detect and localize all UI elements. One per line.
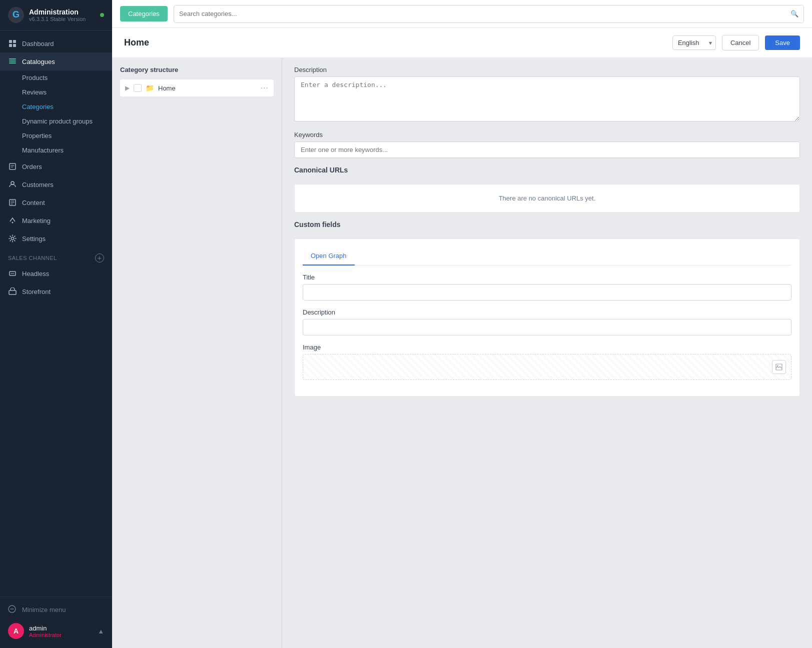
add-sales-channel-button[interactable]: + [95,254,104,262]
custom-fields-title: Custom fields [294,220,800,232]
svg-point-12 [12,222,14,224]
sidebar-item-settings[interactable]: Settings [0,230,112,248]
sidebar-item-marketing[interactable]: Marketing [0,212,112,230]
page-title: Home [124,38,666,48]
svg-rect-5 [13,44,16,47]
sidebar-item-label: Customers [22,181,54,188]
tab-open-graph[interactable]: Open Graph [303,247,355,266]
keywords-group: Keywords [294,131,800,158]
sidebar-footer: Minimize menu A admin Administrator ▲ [0,596,112,648]
description-input[interactable] [294,76,800,122]
sidebar-item-label: Settings [22,235,46,242]
og-description-input[interactable] [303,319,791,336]
svg-rect-3 [13,40,16,43]
sidebar-nav: Dashboard Catalogues Products Reviews Ca… [0,30,112,596]
customers-icon [8,180,17,189]
language-select-wrapper: English German French Spanish [672,36,716,50]
sidebar: G Administration v6.3.3.1 Stable Version… [0,0,112,648]
sidebar-item-label: Dashboard [22,40,54,48]
custom-fields-inner: Open Graph Title Description Image [295,239,799,396]
og-image-label: Image [303,344,791,351]
og-title-label: Title [303,274,791,281]
sidebar-item-reviews[interactable]: Reviews [0,85,112,100]
folder-icon: 📁 [146,84,154,92]
tab-bar: Open Graph [303,247,791,266]
content-area: Category structure ▶ 📁 Home ··· Descript… [112,58,812,648]
right-panel: Description Keywords Canonical URLs Ther… [282,58,812,648]
sidebar-item-storefront[interactable]: Storefront [0,282,112,300]
orders-icon [8,162,17,171]
svg-point-13 [12,238,14,240]
status-indicator [100,13,104,17]
category-name: Home [158,84,257,92]
og-description-label: Description [303,308,791,316]
keywords-input[interactable] [294,142,800,158]
description-label: Description [294,66,800,74]
user-section[interactable]: A admin Administrator ▲ [0,618,112,644]
svg-rect-6 [9,58,16,60]
catalogues-icon [8,57,17,66]
user-role: Administrator [29,632,62,638]
top-bar: Categories 🔍 [112,0,812,28]
sidebar-item-content[interactable]: Content [0,194,112,212]
sidebar-item-label: Catalogues [22,58,55,66]
og-title-group: Title [303,274,791,300]
sidebar-item-manufacturers[interactable]: Manufacturers [0,143,112,158]
headless-icon [8,269,17,278]
svg-point-10 [11,182,14,184]
sidebar-item-categories[interactable]: Categories [0,100,112,114]
category-structure-title: Category structure [120,66,274,74]
sidebar-item-orders[interactable]: Orders [0,158,112,176]
avatar: A [8,623,24,639]
category-item-home[interactable]: ▶ 📁 Home ··· [120,80,274,96]
sidebar-item-customers[interactable]: Customers [0,176,112,194]
svg-rect-15 [9,290,16,294]
main-content: Categories 🔍 Home English German French … [112,0,812,648]
search-input[interactable] [179,10,788,18]
sidebar-item-label: Content [22,199,45,206]
cancel-button[interactable]: Cancel [722,35,759,50]
chevron-right-icon: ▶ [125,84,130,92]
sidebar-item-dashboard[interactable]: Dashboard [0,34,112,52]
chevron-up-icon: ▲ [98,628,104,635]
app-version: v6.3.3.1 Stable Version [29,16,86,22]
categories-button[interactable]: Categories [120,6,168,22]
sidebar-item-label: Storefront [22,288,51,296]
search-icon: 🔍 [790,10,798,18]
search-bar: 🔍 [174,5,804,23]
og-title-input[interactable] [303,284,791,300]
sidebar-item-dynamic-product-groups[interactable]: Dynamic product groups [0,114,112,128]
settings-icon [8,234,17,243]
svg-rect-8 [9,62,16,64]
svg-rect-4 [9,44,12,47]
dashboard-icon [8,39,17,48]
og-image-upload[interactable] [303,354,791,380]
og-image-group: Image [303,344,791,380]
sidebar-item-products[interactable]: Products [0,70,112,85]
og-description-group: Description [303,308,791,336]
category-checkbox[interactable] [134,84,142,92]
canonical-urls-title: Canonical URLs [294,166,800,178]
image-upload-icon[interactable] [772,360,786,374]
description-group: Description [294,66,800,123]
minimize-menu-button[interactable]: Minimize menu [0,601,112,618]
app-logo: G [8,7,24,23]
language-select[interactable]: English German French Spanish [672,36,716,50]
custom-fields-card: Open Graph Title Description Image [294,238,800,396]
minimize-icon [8,605,17,614]
sidebar-item-label: Marketing [22,217,51,224]
category-more-button[interactable]: ··· [261,84,269,92]
content-icon [8,198,17,207]
svg-text:G: G [13,10,20,20]
canonical-urls-empty: There are no canonical URLs yet. [294,184,800,212]
keywords-label: Keywords [294,131,800,138]
svg-rect-7 [9,60,16,62]
svg-point-18 [777,365,778,366]
sidebar-item-properties[interactable]: Properties [0,128,112,143]
sidebar-item-headless[interactable]: Headless [0,264,112,282]
left-panel: Category structure ▶ 📁 Home ··· [112,58,282,648]
sales-channel-section: Sales Channel + [0,248,112,264]
sidebar-item-catalogues[interactable]: Catalogues [0,52,112,70]
svg-rect-9 [10,164,16,170]
save-button[interactable]: Save [765,36,800,50]
